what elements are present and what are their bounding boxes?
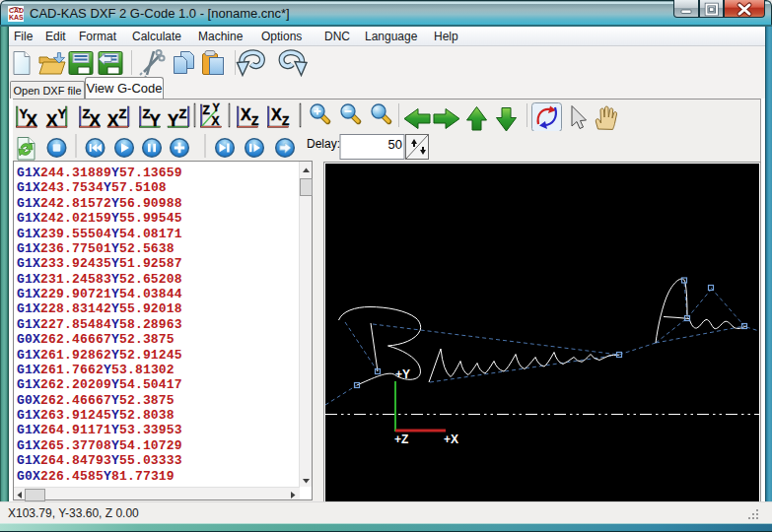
svg-text:+Y: +Y [395, 367, 410, 381]
svg-text:KAS: KAS [9, 14, 24, 21]
svg-text:Z: Z [179, 106, 187, 121]
svg-text:X: X [90, 111, 102, 130]
svg-text:Z: Z [203, 103, 210, 117]
svg-text:X: X [27, 111, 38, 130]
svg-text:Z: Z [282, 114, 289, 128]
svg-text:X: X [271, 106, 282, 123]
svg-text:X: X [241, 106, 251, 123]
svg-text:X: X [107, 111, 119, 130]
svg-text:Y: Y [58, 106, 67, 121]
svg-text:Y: Y [213, 101, 221, 113]
svg-text:X: X [46, 111, 58, 130]
svg-text:X: X [212, 114, 220, 128]
svg-text:Z: Z [251, 114, 258, 128]
svg-text:Y: Y [150, 111, 162, 130]
svg-text:Y: Y [168, 111, 179, 130]
svg-text:+Z: +Z [394, 432, 408, 446]
svg-text:Delay:: Delay: [307, 137, 340, 151]
svg-text:Z: Z [119, 106, 127, 121]
svg-text:+X: +X [444, 432, 458, 446]
svg-text:50: 50 [388, 137, 402, 152]
